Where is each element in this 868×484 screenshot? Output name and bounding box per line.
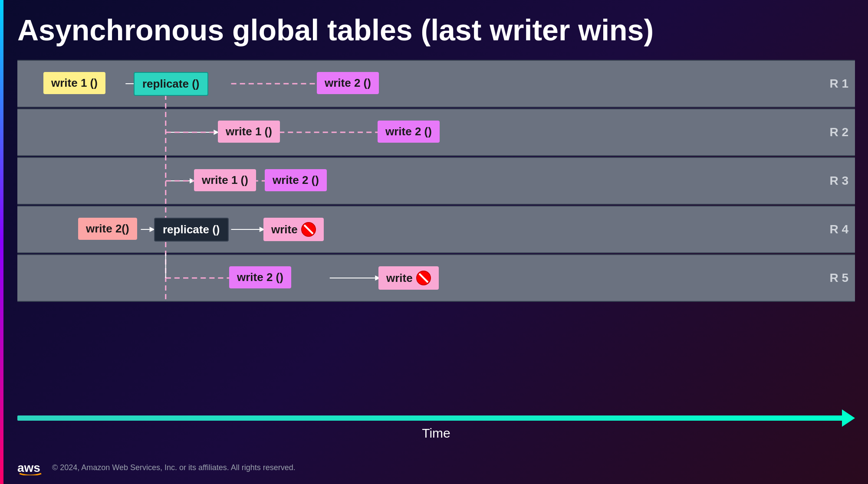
write-blocked-r4-box: write [263,218,324,241]
write1-r3-box: write 1 () [194,169,256,191]
write2-r1-box: write 2 () [317,72,379,94]
lane-r5-label: R 5 [829,271,848,285]
no-entry-icon-r5 [416,271,431,285]
left-accent-bar [0,0,3,484]
lane-r4: R 4 [17,206,855,253]
svg-text:aws: aws [17,461,40,474]
diagram: R 1 R 2 R 3 R 4 R 5 [17,60,855,303]
write1-r1-box: write 1 () [43,72,105,94]
write2-r4-box: write 2() [78,218,137,240]
aws-logo: aws [17,460,43,475]
page-title: Asynchronous global tables (last writer … [9,4,864,60]
lane-r4-label: R 4 [829,222,848,236]
write2-r5-box: write 2 () [229,266,291,288]
replicate-r4-box: replicate () [154,218,229,242]
replicate-r1-box: replicate () [134,72,208,96]
time-arrow [17,415,846,421]
lane-r2-label: R 2 [829,125,848,139]
write1-r2-box: write 1 () [218,121,280,143]
footer-copyright: © 2024, Amazon Web Services, Inc. or its… [52,463,296,472]
main-content: Asynchronous global tables (last writer … [9,4,864,480]
write2-r2-box: write 2 () [378,121,440,143]
lane-r1-label: R 1 [829,77,848,91]
no-entry-icon-r4 [301,222,316,237]
lane-r3-label: R 3 [829,174,848,188]
aws-svg-logo: aws [17,460,43,475]
time-label: Time [17,426,855,441]
write-blocked-r5-box: write [378,266,439,290]
write2-r3-box: write 2 () [265,169,327,191]
time-section: Time [17,415,855,441]
lane-r3: R 3 [17,157,855,205]
footer: aws © 2024, Amazon Web Services, Inc. or… [17,460,855,475]
